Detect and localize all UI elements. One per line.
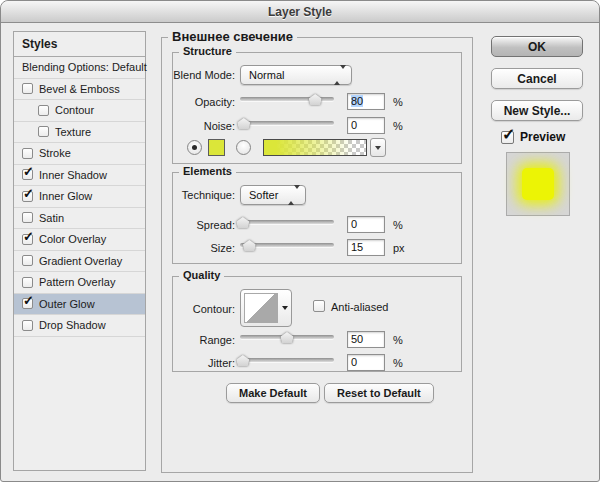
opacity-slider[interactable] [240, 93, 334, 107]
checked-checkbox-icon[interactable] [22, 298, 33, 309]
range-slider[interactable] [240, 331, 334, 345]
glow-color-swatch[interactable] [208, 139, 225, 156]
dropdown-arrow-icon [278, 306, 291, 310]
size-unit: px [393, 242, 405, 254]
panel-legend: Внешнее свечение [168, 29, 297, 44]
preview-checkbox[interactable] [501, 131, 514, 144]
jitter-slider[interactable] [240, 354, 334, 368]
sidebar-item-label: Bevel & Emboss [39, 83, 120, 95]
unchecked-checkbox-icon[interactable] [22, 277, 33, 288]
slider-thumb[interactable] [281, 332, 294, 343]
sidebar-item-inner-glow[interactable]: Inner Glow [14, 186, 145, 208]
reset-to-default-button[interactable]: Reset to Default [324, 383, 434, 403]
slider-thumb[interactable] [237, 118, 250, 129]
sidebar-item-contour[interactable]: Contour [14, 100, 145, 122]
size-label: Size: [173, 242, 235, 254]
noise-slider[interactable] [240, 117, 334, 131]
structure-group: Structure Blend Mode: Normal Opacity: 80… [172, 52, 462, 164]
size-input[interactable]: 15 [347, 239, 385, 256]
spread-unit: % [393, 219, 403, 231]
make-default-button[interactable]: Make Default [226, 383, 320, 403]
slider-thumb[interactable] [236, 355, 249, 366]
style-preview-thumbnail [506, 152, 570, 216]
slider-track[interactable] [240, 358, 334, 362]
slider-thumb[interactable] [243, 240, 256, 251]
gradient-radio[interactable] [236, 140, 251, 155]
sidebar-item-satin[interactable]: Satin [14, 208, 145, 230]
range-unit: % [393, 334, 403, 346]
sidebar-item-label: Outer Glow [39, 298, 95, 310]
unchecked-checkbox-icon[interactable] [22, 148, 33, 159]
new-style-button[interactable]: New Style... [491, 100, 583, 121]
quality-group: Quality Contour: Anti-aliased Range: 50 … [172, 276, 462, 372]
slider-thumb[interactable] [236, 217, 249, 228]
checked-checkbox-icon[interactable] [22, 234, 33, 245]
sidebar-item-label: Texture [55, 126, 91, 138]
gradient-bar[interactable] [263, 139, 367, 156]
opacity-label: Opacity: [173, 96, 235, 108]
sidebar-item-texture[interactable]: Texture [14, 122, 145, 144]
size-slider[interactable] [240, 239, 334, 253]
sidebar-item-color-overlay[interactable]: Color Overlay [14, 229, 145, 251]
outer-glow-panel: Внешнее свечение Structure Blend Mode: N… [161, 37, 473, 473]
layer-style-dialog: Layer Style Styles Blending Options: Def… [0, 0, 600, 482]
anti-aliased-checkbox[interactable] [313, 300, 325, 312]
slider-track[interactable] [240, 220, 334, 224]
unchecked-checkbox-icon[interactable] [22, 83, 33, 94]
elements-group: Elements Technique: Softer Spread: 0 % S… [172, 172, 462, 264]
opacity-unit: % [393, 96, 403, 108]
sidebar-item-label: Gradient Overlay [39, 255, 122, 267]
cancel-button[interactable]: Cancel [491, 68, 583, 89]
elements-legend: Elements [179, 165, 236, 177]
checked-checkbox-icon[interactable] [22, 169, 33, 180]
stepper-arrows-icon [334, 69, 346, 81]
solid-color-radio[interactable] [187, 140, 202, 155]
unchecked-checkbox-icon[interactable] [38, 126, 49, 137]
technique-label: Technique: [173, 189, 235, 201]
technique-dropdown[interactable]: Softer [240, 185, 306, 205]
sidebar-item-outer-glow[interactable]: Outer Glow [14, 294, 145, 316]
noise-label: Noise: [173, 120, 235, 132]
sidebar-item-blending-options-default[interactable]: Blending Options: Default [14, 57, 145, 79]
checked-checkbox-icon[interactable] [22, 191, 33, 202]
gradient-picker-arrow[interactable] [370, 138, 386, 157]
sidebar-item-label: Pattern Overlay [39, 276, 115, 288]
sidebar-item-label: Contour [55, 104, 94, 116]
preview-option: Preview [501, 130, 565, 144]
sidebar-item-inner-shadow[interactable]: Inner Shadow [14, 165, 145, 187]
spread-input[interactable]: 0 [347, 216, 385, 233]
unchecked-checkbox-icon[interactable] [22, 212, 33, 223]
blend-mode-dropdown[interactable]: Normal [240, 65, 352, 85]
dialog-title: Layer Style [268, 5, 332, 19]
slider-track[interactable] [240, 121, 334, 125]
anti-aliased-label: Anti-aliased [331, 301, 388, 313]
noise-unit: % [393, 120, 403, 132]
sidebar-item-drop-shadow[interactable]: Drop Shadow [14, 315, 145, 337]
jitter-input[interactable]: 0 [347, 354, 385, 371]
spread-label: Spread: [173, 219, 235, 231]
unchecked-checkbox-icon[interactable] [38, 105, 49, 116]
sidebar-item-gradient-overlay[interactable]: Gradient Overlay [14, 251, 145, 273]
blend-mode-label: Blend Mode: [173, 69, 235, 81]
contour-picker[interactable] [240, 289, 292, 327]
opacity-input[interactable]: 80 [347, 93, 385, 110]
noise-input[interactable]: 0 [347, 117, 385, 134]
unchecked-checkbox-icon[interactable] [22, 255, 33, 266]
ok-button[interactable]: OK [491, 36, 583, 57]
styles-sidebar: Styles Blending Options: DefaultBevel & … [13, 31, 146, 471]
sidebar-item-label: Blending Options: Default [22, 61, 147, 73]
sidebar-item-label: Inner Glow [39, 190, 92, 202]
sidebar-item-label: Drop Shadow [39, 319, 106, 331]
range-label: Range: [173, 334, 235, 346]
sidebar-item-stroke[interactable]: Stroke [14, 143, 145, 165]
slider-thumb[interactable] [309, 94, 322, 105]
range-input[interactable]: 50 [347, 331, 385, 348]
title-bar[interactable]: Layer Style [1, 1, 599, 23]
sidebar-item-label: Satin [39, 212, 64, 224]
quality-legend: Quality [179, 269, 224, 281]
sidebar-item-pattern-overlay[interactable]: Pattern Overlay [14, 272, 145, 294]
stepper-arrows-icon [288, 189, 300, 201]
spread-slider[interactable] [240, 216, 334, 230]
unchecked-checkbox-icon[interactable] [22, 320, 33, 331]
sidebar-item-bevel-emboss[interactable]: Bevel & Emboss [14, 79, 145, 101]
